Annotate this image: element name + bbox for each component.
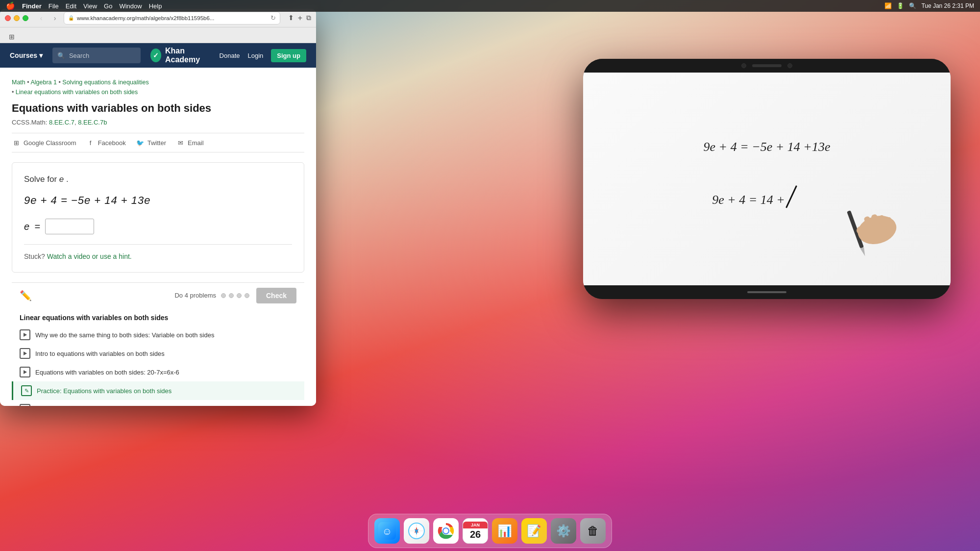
related-item-0[interactable]: Why we do the same thing to both sides: … bbox=[12, 326, 304, 344]
search-label: Search bbox=[69, 52, 89, 59]
menubar-edit[interactable]: Edit bbox=[66, 2, 76, 10]
breadcrumb-linear[interactable]: Linear equations with variables on both … bbox=[16, 89, 138, 96]
twitter-icon: 🐦 bbox=[136, 138, 145, 147]
svg-marker-1 bbox=[860, 247, 867, 257]
dock-trash[interactable]: 🗑 bbox=[580, 518, 606, 544]
search-icon: 🔍 bbox=[57, 52, 65, 59]
dock-keynote[interactable]: 📊 bbox=[492, 518, 517, 544]
video-play-icon-0 bbox=[20, 329, 30, 340]
window-maximize-button[interactable] bbox=[23, 15, 28, 21]
forward-button[interactable]: › bbox=[50, 13, 60, 23]
add-tab-icon[interactable]: + bbox=[298, 14, 302, 23]
breadcrumb-solving[interactable]: Solving equations & inequalities bbox=[62, 79, 149, 86]
google-classroom-icon: ⊞ bbox=[12, 138, 21, 147]
window-close-button[interactable] bbox=[5, 15, 11, 21]
stuck-line: Stuck? Watch a video or use a hint. bbox=[24, 252, 292, 260]
mascot-icon: ✏️ bbox=[20, 290, 32, 301]
menubar-app-name[interactable]: Finder bbox=[22, 2, 42, 10]
answer-variable: e bbox=[24, 221, 29, 232]
related-title: Linear equations with variables on both … bbox=[12, 314, 304, 322]
share-google-label: Google Classroom bbox=[24, 139, 76, 147]
ka-logo: ✓ Khan Academy bbox=[150, 47, 210, 64]
tab-overview-icon[interactable]: ⧉ bbox=[306, 14, 311, 23]
share-facebook[interactable]: f Facebook bbox=[86, 138, 126, 147]
traffic-lights bbox=[5, 15, 28, 21]
url-text: www.khanacademy.org/math/algebra/x2f8bb1… bbox=[77, 15, 214, 21]
phone-frame: 9e + 4 = −5e + 14 +13e 9e + 4 = 14 + bbox=[583, 59, 951, 299]
video-play-icon-1 bbox=[20, 348, 30, 359]
menubar-go[interactable]: Go bbox=[104, 2, 112, 10]
browser-window: ‹ › 🔒 www.khanacademy.org/math/algebra/x… bbox=[0, 9, 316, 406]
back-button[interactable]: ‹ bbox=[36, 13, 46, 23]
video-play-icon-4 bbox=[20, 404, 30, 406]
menubar-file[interactable]: File bbox=[49, 2, 59, 10]
menubar-help[interactable]: Help bbox=[149, 2, 162, 10]
share-google-classroom[interactable]: ⊞ Google Classroom bbox=[12, 138, 76, 147]
dock-calendar[interactable]: JAN 26 bbox=[463, 518, 488, 544]
donate-link[interactable]: Donate bbox=[220, 52, 240, 59]
ccss-line: CCSS.Math: 8.EE.C.7, 8.EE.C.7b bbox=[12, 119, 304, 126]
svg-text:☺: ☺ bbox=[382, 526, 392, 537]
stuck-label: Stuck? bbox=[24, 252, 45, 260]
browser-nav: ‹ › bbox=[36, 13, 60, 23]
breadcrumb-sep3: • bbox=[12, 89, 16, 96]
related-item-2[interactable]: Equations with variables on both sides: … bbox=[12, 363, 304, 381]
browser-tabs: ⊞ bbox=[0, 27, 316, 43]
login-link[interactable]: Login bbox=[248, 52, 264, 59]
share-icon[interactable]: ⬆ bbox=[288, 14, 294, 23]
dock-stickies[interactable]: 📝 bbox=[521, 518, 547, 544]
ka-logo-text: Khan Academy bbox=[165, 47, 210, 64]
related-item-4[interactable]: Equation with variables on both sides: f… bbox=[12, 400, 304, 406]
ccss-link2[interactable]: 8.EE.C.7b bbox=[78, 119, 107, 126]
ssl-lock-icon: 🔒 bbox=[68, 15, 74, 21]
phone-top-bar bbox=[583, 59, 951, 73]
sidebar-toggle-icon[interactable]: ⊞ bbox=[5, 31, 19, 43]
dock-finder[interactable]: ☺ bbox=[374, 518, 400, 544]
phone-sensor bbox=[787, 63, 792, 68]
progress-dot-1 bbox=[221, 293, 226, 298]
menubar-search-icon[interactable]: 🔍 bbox=[909, 2, 916, 9]
problem-equation: 9e + 4 = −5e + 14 + 13e bbox=[24, 194, 292, 207]
phone-camera bbox=[741, 63, 746, 68]
menubar-view[interactable]: View bbox=[83, 2, 97, 10]
page-title: Equations with variables on both sides bbox=[12, 102, 304, 115]
dock-system-preferences[interactable]: ⚙️ bbox=[551, 518, 576, 544]
related-item-3[interactable]: ✎ Practice: Equations with variables on … bbox=[12, 381, 304, 400]
phone-wrapper: 9e + 4 = −5e + 14 +13e 9e + 4 = 14 + bbox=[583, 59, 951, 299]
ccss-link1[interactable]: 8.EE.C.7 bbox=[49, 119, 74, 126]
window-minimize-button[interactable] bbox=[14, 15, 20, 21]
dock-safari[interactable] bbox=[404, 518, 429, 544]
related-label-3[interactable]: Practice: Equations with variables on bo… bbox=[37, 387, 172, 395]
breadcrumb-algebra1[interactable]: Algebra 1 bbox=[30, 79, 57, 86]
signup-link[interactable]: Sign up bbox=[271, 49, 306, 62]
ka-logo-icon: ✓ bbox=[150, 49, 161, 62]
share-email[interactable]: ✉ Email bbox=[176, 138, 204, 147]
related-label-1: Intro to equations with variables on bot… bbox=[35, 350, 165, 357]
menubar-window[interactable]: Window bbox=[119, 2, 142, 10]
share-twitter[interactable]: 🐦 Twitter bbox=[136, 138, 166, 147]
hint-link[interactable]: Watch a video or use a hint. bbox=[47, 252, 132, 260]
courses-button[interactable]: Courses ▾ bbox=[10, 51, 43, 59]
menubar-left: 🍎 Finder File Edit View Go Window Help bbox=[6, 1, 162, 10]
url-bar[interactable]: 🔒 www.khanacademy.org/math/algebra/x2f8b… bbox=[64, 12, 280, 25]
reload-icon[interactable]: ↻ bbox=[270, 14, 276, 22]
phone-bottom-bar bbox=[583, 285, 951, 299]
progress-dot-3 bbox=[237, 293, 242, 298]
progress-dots bbox=[221, 293, 249, 298]
email-icon: ✉ bbox=[176, 138, 185, 147]
dock-chrome[interactable] bbox=[433, 518, 459, 544]
svg-point-18 bbox=[443, 528, 448, 533]
share-bar: ⊞ Google Classroom f Facebook 🐦 Twitter … bbox=[12, 133, 304, 152]
apple-menu[interactable]: 🍎 bbox=[6, 1, 15, 10]
search-bar[interactable]: 🔍 Search bbox=[52, 48, 141, 63]
settings-icon: ⚙️ bbox=[556, 524, 571, 538]
phone-screen: 9e + 4 = −5e + 14 +13e 9e + 4 = 14 + bbox=[583, 73, 951, 285]
progress-dot-2 bbox=[229, 293, 234, 298]
check-button[interactable]: Check bbox=[256, 288, 296, 303]
answer-input[interactable] bbox=[45, 219, 94, 234]
menubar-battery-icon: 🔋 bbox=[897, 2, 904, 9]
dock: ☺ JAN 26 📊 📝 bbox=[368, 514, 612, 548]
related-label-0: Why we do the same thing to both sides: … bbox=[35, 331, 214, 339]
related-item-1[interactable]: Intro to equations with variables on bot… bbox=[12, 344, 304, 363]
breadcrumb-math[interactable]: Math bbox=[12, 79, 25, 86]
